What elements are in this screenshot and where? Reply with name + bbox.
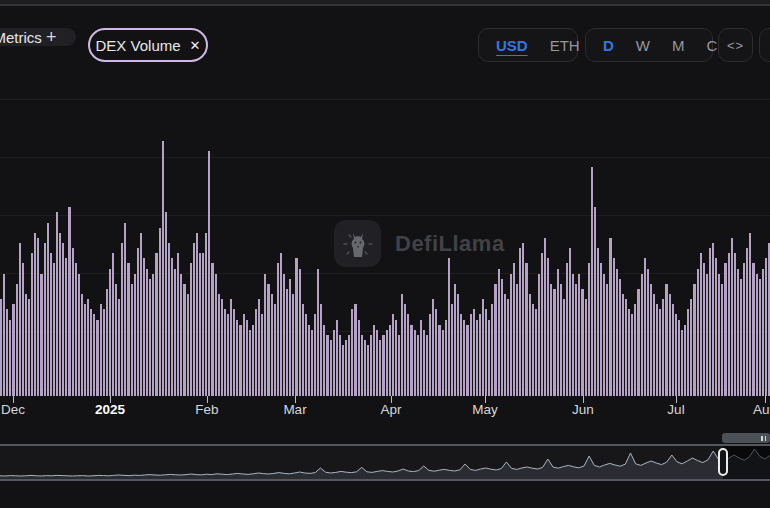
volume-bar[interactable] <box>451 304 453 396</box>
volume-bar[interactable] <box>336 320 338 397</box>
volume-bar[interactable] <box>460 314 462 396</box>
volume-bar[interactable] <box>177 253 179 396</box>
volume-bar[interactable] <box>171 258 173 396</box>
volume-bar[interactable] <box>734 253 736 396</box>
volume-bar[interactable] <box>485 309 487 396</box>
volume-bar[interactable] <box>65 258 67 396</box>
volume-bar[interactable] <box>302 304 304 396</box>
volume-bar[interactable] <box>236 320 238 397</box>
volume-bar[interactable] <box>442 330 444 396</box>
volume-bar[interactable] <box>376 330 378 396</box>
timeline-navigator[interactable] <box>0 444 770 481</box>
volume-bar[interactable] <box>342 345 344 396</box>
volume-bar[interactable] <box>190 263 192 396</box>
volume-bar[interactable] <box>756 274 758 396</box>
volume-bar[interactable] <box>731 238 733 396</box>
volume-bar[interactable] <box>199 253 201 396</box>
volume-bar[interactable] <box>121 243 123 396</box>
volume-bar[interactable] <box>246 320 248 397</box>
volume-bar[interactable] <box>93 314 95 396</box>
volume-bar[interactable] <box>75 263 77 396</box>
volume-bar[interactable] <box>3 274 5 396</box>
volume-bar[interactable] <box>600 263 602 396</box>
volume-bar[interactable] <box>22 263 24 396</box>
volume-bar[interactable] <box>124 223 126 396</box>
volume-bar[interactable] <box>684 325 686 396</box>
volume-bar[interactable] <box>479 314 481 396</box>
volume-bar[interactable] <box>513 263 515 396</box>
volume-bar[interactable] <box>258 299 260 396</box>
volume-bar[interactable] <box>650 284 652 396</box>
volume-bar[interactable] <box>438 325 440 396</box>
volume-bar[interactable] <box>137 248 139 396</box>
volume-bar[interactable] <box>68 207 70 396</box>
volume-bar[interactable] <box>547 258 549 396</box>
volume-bar[interactable] <box>230 299 232 396</box>
volume-bar[interactable] <box>395 320 397 397</box>
volume-bar[interactable] <box>131 284 133 396</box>
volume-bar[interactable] <box>709 248 711 396</box>
volume-bar[interactable] <box>62 243 64 396</box>
volume-bar[interactable] <box>700 253 702 396</box>
volume-bar[interactable] <box>566 263 568 396</box>
volume-bar[interactable] <box>361 335 363 396</box>
volume-bar[interactable] <box>529 294 531 396</box>
volume-bar[interactable] <box>208 151 210 396</box>
volume-bar[interactable] <box>78 274 80 396</box>
volume-bar[interactable] <box>466 325 468 396</box>
volume-bar[interactable] <box>665 284 667 396</box>
volume-bar[interactable] <box>569 248 571 396</box>
volume-bar[interactable] <box>37 238 39 396</box>
volume-bar[interactable] <box>718 274 720 396</box>
volume-bar[interactable] <box>358 320 360 397</box>
volume-bar[interactable] <box>501 279 503 396</box>
navigator-scroll-thumb[interactable] <box>722 433 770 443</box>
interval-option-daily[interactable]: D <box>592 29 625 61</box>
volume-bar[interactable] <box>407 314 409 396</box>
navigator-right-handle[interactable] <box>718 448 728 476</box>
volume-bar[interactable] <box>504 294 506 396</box>
volume-bar[interactable] <box>283 274 285 396</box>
volume-bar[interactable] <box>457 294 459 396</box>
volume-bar[interactable] <box>261 314 263 396</box>
volume-bar[interactable] <box>143 258 145 396</box>
volume-bar[interactable] <box>333 330 335 396</box>
volume-bar[interactable] <box>669 294 671 396</box>
volume-bar[interactable] <box>417 335 419 396</box>
volume-bar[interactable] <box>625 299 627 396</box>
volume-bar[interactable] <box>644 258 646 396</box>
volume-bar[interactable] <box>752 263 754 396</box>
volume-bar[interactable] <box>678 320 680 397</box>
volume-bar[interactable] <box>326 335 328 396</box>
volume-bar[interactable] <box>249 330 251 396</box>
volume-bar[interactable] <box>112 253 114 396</box>
volume-bar[interactable] <box>379 340 381 396</box>
volume-bar[interactable] <box>159 228 161 396</box>
volume-bar[interactable] <box>224 309 226 396</box>
volume-bar[interactable] <box>631 314 633 396</box>
volume-bar[interactable] <box>575 284 577 396</box>
volume-bar[interactable] <box>594 207 596 396</box>
volume-bar[interactable] <box>578 274 580 396</box>
volume-bar[interactable] <box>364 340 366 396</box>
volume-bar[interactable] <box>146 269 148 397</box>
volume-bar[interactable] <box>606 284 608 396</box>
volume-bar[interactable] <box>519 248 521 396</box>
volume-bar[interactable] <box>271 294 273 396</box>
volume-bar[interactable] <box>675 314 677 396</box>
volume-bar[interactable] <box>255 309 257 396</box>
volume-bar[interactable] <box>118 299 120 396</box>
volume-bar[interactable] <box>109 269 111 397</box>
volume-bar[interactable] <box>557 269 559 397</box>
volume-bar[interactable] <box>656 304 658 396</box>
volume-bar[interactable] <box>320 304 322 396</box>
volume-bar[interactable] <box>205 233 207 396</box>
volume-bar[interactable] <box>50 253 52 396</box>
volume-bar[interactable] <box>221 299 223 396</box>
volume-bar[interactable] <box>196 233 198 396</box>
volume-bar[interactable] <box>488 320 490 397</box>
volume-bar[interactable] <box>12 304 14 396</box>
volume-bar[interactable] <box>165 212 167 396</box>
volume-bar[interactable] <box>498 269 500 397</box>
volume-bar[interactable] <box>168 243 170 396</box>
